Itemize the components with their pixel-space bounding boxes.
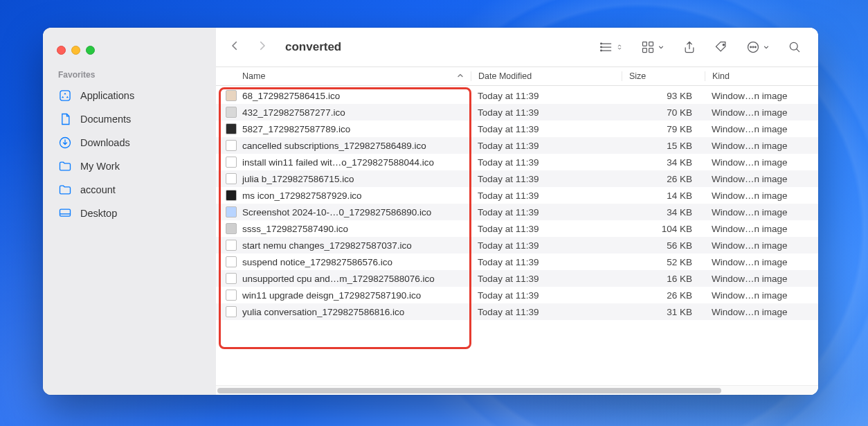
sidebar-item-label: account — [80, 184, 116, 195]
file-row[interactable]: suspend notice_1729827586576.icoToday at… — [216, 254, 818, 270]
file-date: Today at 11:39 — [471, 257, 622, 267]
close-button[interactable] — [57, 46, 66, 55]
file-icon — [226, 206, 237, 218]
file-kind: Window…n image — [705, 224, 810, 234]
file-name: win11 upgrade deisgn_1729827587190.ico — [242, 290, 421, 301]
file-icon — [226, 140, 237, 151]
column-header-date[interactable]: Date Modified — [471, 71, 622, 81]
svg-point-3 — [601, 43, 602, 44]
file-kind: Window…n image — [705, 207, 810, 218]
file-size: 104 KB — [622, 224, 705, 234]
file-size: 34 KB — [622, 207, 705, 218]
file-kind: Window…n image — [705, 141, 810, 151]
main-pane: converted — [216, 28, 818, 395]
file-size: 14 KB — [622, 190, 705, 201]
file-row[interactable]: julia b_1729827586715.icoToday at 11:392… — [216, 170, 818, 187]
file-kind: Window…n image — [705, 124, 810, 134]
file-row[interactable]: win11 upgrade deisgn_1729827587190.icoTo… — [216, 287, 818, 303]
file-size: 26 KB — [622, 290, 705, 301]
svg-point-5 — [601, 50, 602, 51]
svg-rect-7 — [649, 42, 653, 46]
file-size: 34 KB — [622, 157, 705, 168]
horizontal-scrollbar[interactable] — [216, 385, 818, 395]
zoom-button[interactable] — [86, 46, 95, 55]
view-mode-button[interactable] — [595, 37, 627, 57]
window-controls — [43, 40, 216, 67]
file-icon — [226, 190, 237, 201]
file-date: Today at 11:39 — [471, 91, 622, 101]
file-name: cancelled subscriptions_1729827586489.ic… — [242, 141, 426, 151]
svg-rect-6 — [643, 42, 647, 46]
file-date: Today at 11:39 — [471, 174, 622, 184]
column-header-kind[interactable]: Kind — [705, 71, 810, 81]
sidebar: Favorites ApplicationsDocumentsDownloads… — [43, 28, 216, 395]
sidebar-item-my-work[interactable]: My Work — [43, 154, 216, 178]
file-row[interactable]: start nemu changes_1729827587037.icoToda… — [216, 237, 818, 254]
share-button[interactable] — [678, 37, 700, 57]
svg-point-4 — [601, 46, 602, 48]
sidebar-item-label: My Work — [80, 161, 120, 172]
file-row[interactable]: install win11 failed wit…o_1729827588044… — [216, 154, 818, 170]
file-date: Today at 11:39 — [471, 240, 622, 251]
search-button[interactable] — [784, 37, 806, 57]
file-row[interactable]: yulia conversation_1729827586816.icoToda… — [216, 303, 818, 320]
group-button[interactable] — [637, 37, 669, 57]
sidebar-item-downloads[interactable]: Downloads — [43, 131, 216, 154]
file-row[interactable]: 68_1729827586415.icoToday at 11:3993 KBW… — [216, 87, 818, 104]
file-icon — [226, 290, 237, 301]
file-name: 5827_1729827587789.ico — [242, 124, 350, 134]
file-date: Today at 11:39 — [471, 124, 622, 134]
file-name: ssss_1729827587490.ico — [242, 224, 348, 234]
actions-button[interactable] — [742, 37, 774, 57]
file-row[interactable]: Screenshot 2024-10-…0_1729827586890.icoT… — [216, 204, 818, 220]
tags-button[interactable] — [710, 37, 732, 57]
file-row[interactable]: 5827_1729827587789.icoToday at 11:3979 K… — [216, 121, 818, 137]
svg-rect-2 — [60, 209, 71, 216]
column-header-size[interactable]: Size — [622, 71, 705, 81]
sidebar-item-label: Applications — [80, 90, 134, 101]
file-date: Today at 11:39 — [471, 107, 622, 118]
back-button[interactable] — [228, 39, 241, 55]
file-date: Today at 11:39 — [471, 290, 622, 301]
file-size: 70 KB — [622, 107, 705, 118]
sidebar-item-label: Desktop — [80, 208, 117, 219]
file-row[interactable]: ssss_1729827587490.icoToday at 11:39104 … — [216, 220, 818, 237]
documents-icon — [58, 112, 72, 126]
file-size: 31 KB — [622, 307, 705, 317]
folder-icon — [58, 159, 72, 173]
file-date: Today at 11:39 — [471, 274, 622, 284]
file-date: Today at 11:39 — [471, 207, 622, 218]
column-header-name[interactable]: Name — [216, 71, 471, 81]
desktop-icon — [58, 206, 72, 220]
file-name: ms icon_1729827587929.ico — [242, 190, 362, 201]
forward-button[interactable] — [256, 39, 269, 55]
file-icon — [226, 306, 237, 317]
file-icon — [226, 173, 237, 184]
svg-rect-8 — [643, 48, 647, 53]
file-kind: Window…n image — [705, 307, 810, 317]
file-kind: Window…n image — [705, 107, 810, 118]
sidebar-item-label: Downloads — [80, 137, 130, 148]
sidebar-item-documents[interactable]: Documents — [43, 107, 216, 131]
file-size: 26 KB — [622, 174, 705, 184]
sidebar-item-desktop[interactable]: Desktop — [43, 202, 216, 225]
file-size: 16 KB — [622, 274, 705, 284]
svg-point-13 — [752, 46, 754, 48]
file-row[interactable]: 432_1729827587277.icoToday at 11:3970 KB… — [216, 104, 818, 121]
minimize-button[interactable] — [71, 46, 80, 55]
file-row[interactable]: cancelled subscriptions_1729827586489.ic… — [216, 137, 818, 154]
folder-title: converted — [285, 40, 341, 54]
sidebar-heading: Favorites — [43, 67, 216, 84]
file-row[interactable]: ms icon_1729827587929.icoToday at 11:391… — [216, 187, 818, 204]
sidebar-item-applications[interactable]: Applications — [43, 84, 216, 107]
file-size: 93 KB — [622, 91, 705, 101]
svg-point-12 — [750, 46, 752, 48]
file-icon — [226, 223, 237, 234]
file-name: julia b_1729827586715.ico — [242, 174, 354, 184]
applications-icon — [58, 89, 72, 103]
svg-point-10 — [723, 44, 724, 46]
sidebar-item-account[interactable]: account — [43, 178, 216, 202]
file-row[interactable]: unsupported cpu and…m_1729827588076.icoT… — [216, 270, 818, 287]
file-kind: Window…n image — [705, 91, 810, 101]
finder-window: Favorites ApplicationsDocumentsDownloads… — [43, 28, 818, 395]
